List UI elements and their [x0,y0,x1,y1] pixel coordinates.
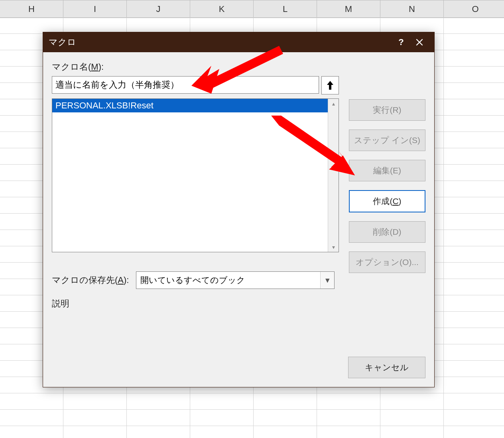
macro-list[interactable]: PERSONAL.XLSB!Reset ▴ ▾ [52,98,339,252]
delete-button[interactable]: 削除(D) [349,221,425,243]
column-header[interactable]: J [127,0,190,18]
create-button[interactable]: 作成(C) [349,190,425,212]
list-item[interactable]: PERSONAL.XLSB!Reset [52,99,328,112]
help-button[interactable]: ? [392,37,410,47]
close-icon [416,39,423,46]
arrow-up-icon [326,80,334,90]
cancel-button[interactable]: キャンセル [348,357,425,378]
macro-name-input[interactable] [52,76,319,94]
column-header[interactable]: N [380,0,444,18]
chevron-down-icon: ▾ [320,272,334,289]
macro-save-location-select[interactable]: 開いているすべてのブック ▾ [136,271,335,289]
dialog-title: マクロ [49,36,76,48]
description-label: 説明 [52,298,339,310]
dialog-titlebar[interactable]: マクロ ? [43,32,434,52]
select-value: 開いているすべてのブック [140,275,245,286]
column-header[interactable]: O [444,0,504,18]
column-header[interactable]: H [0,0,63,18]
dialog-button-column: 実行(R) ステップ イン(S) 編集(E) 作成(C) 削除(D) オプション… [349,99,425,273]
edit-button[interactable]: 編集(E) [349,160,425,181]
column-header[interactable]: I [63,0,127,18]
scroll-up-icon: ▴ [332,99,335,108]
column-header[interactable]: M [317,0,380,18]
macro-dialog: マクロ ? マクロ名(M): PERSONAL.XLSB!Reset [43,32,435,387]
column-header[interactable]: K [190,0,254,18]
close-button[interactable] [410,39,429,46]
macro-name-label: マクロ名(M): [52,61,339,73]
collapse-dialog-button[interactable] [321,76,339,94]
scroll-down-icon: ▾ [332,242,335,252]
options-button[interactable]: オプション(O)... [349,251,425,273]
column-header-row: H I J K L M N O [0,0,504,18]
step-in-button[interactable]: ステップ イン(S) [349,130,425,151]
list-scrollbar[interactable]: ▴ ▾ [328,99,339,252]
run-button[interactable]: 実行(R) [349,99,425,121]
macro-save-location-label: マクロの保存先(A): [52,274,129,286]
column-header[interactable]: L [254,0,317,18]
